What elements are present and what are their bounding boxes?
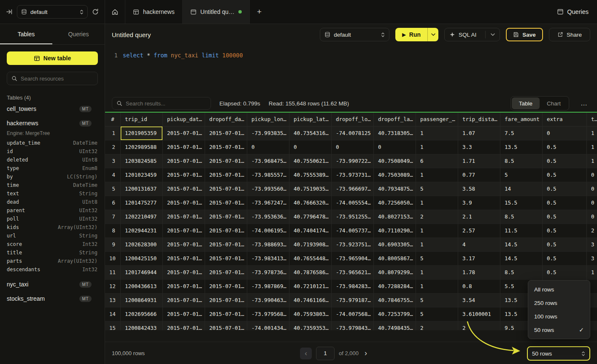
- results-cell[interactable]: 1202989588: [121, 140, 163, 154]
- results-cell[interactable]: -74.005737…: [332, 224, 374, 238]
- results-cell[interactable]: 8.5: [500, 266, 543, 280]
- results-cell[interactable]: 40.7934875…: [374, 182, 416, 196]
- sidebar-tab-tables[interactable]: Tables: [0, 24, 52, 44]
- results-cell[interactable]: 1.78: [458, 266, 500, 280]
- sql-editor[interactable]: 1 select * from nyc_taxi limit 100000: [105, 45, 597, 95]
- results-cell[interactable]: 1201023459: [121, 168, 163, 182]
- column-header-2[interactable]: pickup_dat…: [163, 113, 205, 127]
- menu-item-100-rows[interactable]: 100 rows: [528, 310, 590, 323]
- results-cell[interactable]: 0: [587, 210, 597, 224]
- results-cell[interactable]: 2015-07-01…: [205, 294, 247, 307]
- results-cell[interactable]: -73.967247…: [247, 196, 289, 210]
- results-cell[interactable]: 0: [587, 182, 597, 196]
- results-cell[interactable]: -73.965904…: [332, 252, 374, 266]
- results-cell[interactable]: 1201905359: [121, 127, 163, 140]
- results-cell[interactable]: 3.54: [458, 294, 500, 307]
- results-cell[interactable]: 0: [374, 140, 416, 154]
- tab-untitled-query[interactable]: Untitled qu…: [183, 0, 250, 24]
- row-number[interactable]: 8: [105, 224, 121, 238]
- results-cell[interactable]: -73.990722…: [332, 154, 374, 168]
- results-cell[interactable]: 0: [587, 196, 597, 210]
- tab-hackernews[interactable]: hackernews: [125, 0, 183, 24]
- results-cell[interactable]: 2015-07-01…: [205, 154, 247, 168]
- results-cell[interactable]: -73.993835…: [247, 127, 289, 140]
- run-options-button[interactable]: [427, 28, 438, 41]
- menu-item-250-rows[interactable]: 250 rows: [528, 296, 590, 310]
- sidebar-table-cell_towers[interactable]: cell_towersMT: [0, 102, 105, 115]
- results-cell[interactable]: 14: [500, 182, 543, 196]
- results-cell[interactable]: 1200131637: [121, 182, 163, 196]
- results-cell[interactable]: 40.7318305…: [374, 127, 416, 140]
- results-cell[interactable]: 6: [416, 154, 458, 168]
- results-cell[interactable]: 0: [543, 127, 587, 140]
- column-header-9[interactable]: trip_dista…: [458, 113, 500, 127]
- results-cell[interactable]: 2015-07-01…: [163, 154, 205, 168]
- row-number[interactable]: 1: [105, 127, 121, 140]
- rows-per-page-select[interactable]: 50 rows: [527, 346, 590, 361]
- results-cell[interactable]: 8.5: [500, 154, 543, 168]
- results-cell[interactable]: 3.9: [458, 196, 500, 210]
- results-cell[interactable]: 1: [416, 280, 458, 294]
- results-cell[interactable]: 7.5: [500, 127, 543, 140]
- results-cell[interactable]: 40.7555389…: [289, 168, 332, 182]
- results-cell[interactable]: 1203824585: [121, 154, 163, 168]
- results-cell[interactable]: -74.007568…: [332, 307, 374, 321]
- results-cell[interactable]: 40.7876586…: [289, 266, 332, 280]
- results-cell[interactable]: 5: [500, 168, 543, 182]
- results-cell[interactable]: 2: [416, 321, 458, 330]
- results-cell[interactable]: -73.953636…: [247, 210, 289, 224]
- sidebar-tab-queries[interactable]: Queries: [52, 24, 105, 44]
- database-selector[interactable]: default: [17, 5, 88, 19]
- results-cell[interactable]: -73.968475…: [247, 154, 289, 168]
- new-tab-button[interactable]: +: [250, 0, 269, 24]
- results-cell[interactable]: 0.8: [458, 280, 500, 294]
- results-cell[interactable]: 40.7508049…: [374, 154, 416, 168]
- results-cell[interactable]: 2015-07-01…: [163, 321, 205, 330]
- row-number[interactable]: 13: [105, 294, 121, 307]
- results-cell[interactable]: -73.979187…: [332, 294, 374, 307]
- results-cell[interactable]: -73.979568…: [247, 307, 289, 321]
- results-cell[interactable]: 1202944231: [121, 224, 163, 238]
- results-cell[interactable]: 2015-07-01…: [205, 307, 247, 321]
- results-cell[interactable]: 40.7256050…: [374, 196, 416, 210]
- results-cell[interactable]: 3.6100001: [458, 307, 500, 321]
- results-cell[interactable]: 1: [416, 238, 458, 252]
- tab-home[interactable]: [105, 0, 125, 24]
- results-cell[interactable]: -74.005554…: [332, 196, 374, 210]
- column-header-7[interactable]: dropoff_la…: [374, 113, 416, 127]
- results-cell[interactable]: 3: [587, 238, 597, 252]
- results-cell[interactable]: 3.17: [458, 252, 500, 266]
- view-toggle-chart[interactable]: Chart: [540, 100, 568, 107]
- sql-ai-button[interactable]: SQL AI: [444, 28, 500, 41]
- row-number[interactable]: 6: [105, 196, 121, 210]
- results-cell[interactable]: 2015-07-01…: [205, 127, 247, 140]
- results-cell[interactable]: 1: [416, 266, 458, 280]
- results-cell[interactable]: 2015-07-01…: [205, 210, 247, 224]
- results-cell[interactable]: -73.993560…: [247, 182, 289, 196]
- results-cell[interactable]: 40.6903305…: [374, 238, 416, 252]
- results-cell[interactable]: 1200436613: [121, 280, 163, 294]
- column-header-0[interactable]: #: [105, 113, 121, 127]
- row-number[interactable]: 4: [105, 168, 121, 182]
- results-cell[interactable]: 2015-07-01…: [163, 307, 205, 321]
- results-cell[interactable]: 2015-07-01…: [163, 196, 205, 210]
- results-cell[interactable]: 0: [332, 140, 374, 154]
- results-cell[interactable]: 3.58: [458, 182, 500, 196]
- refresh-icon[interactable]: [92, 8, 99, 15]
- results-cell[interactable]: 11.5: [500, 224, 543, 238]
- query-database-selector[interactable]: default: [320, 28, 389, 41]
- results-cell[interactable]: 1: [587, 266, 597, 280]
- results-cell[interactable]: 2015-07-01…: [163, 280, 205, 294]
- results-cell[interactable]: 40.7550621…: [289, 154, 332, 168]
- results-cell[interactable]: 40.7498435…: [374, 321, 416, 330]
- results-cell[interactable]: 0.5: [543, 238, 587, 252]
- results-cell[interactable]: 5: [416, 182, 458, 196]
- save-button[interactable]: Save: [506, 28, 543, 41]
- results-cell[interactable]: 2015-07-01…: [205, 224, 247, 238]
- results-cell[interactable]: 2015-07-01…: [163, 224, 205, 238]
- row-number[interactable]: 12: [105, 280, 121, 294]
- share-button[interactable]: Share: [549, 28, 590, 41]
- results-cell[interactable]: 1201746944: [121, 266, 163, 280]
- results-cell[interactable]: 5: [416, 294, 458, 307]
- results-cell[interactable]: -73.978736…: [247, 266, 289, 280]
